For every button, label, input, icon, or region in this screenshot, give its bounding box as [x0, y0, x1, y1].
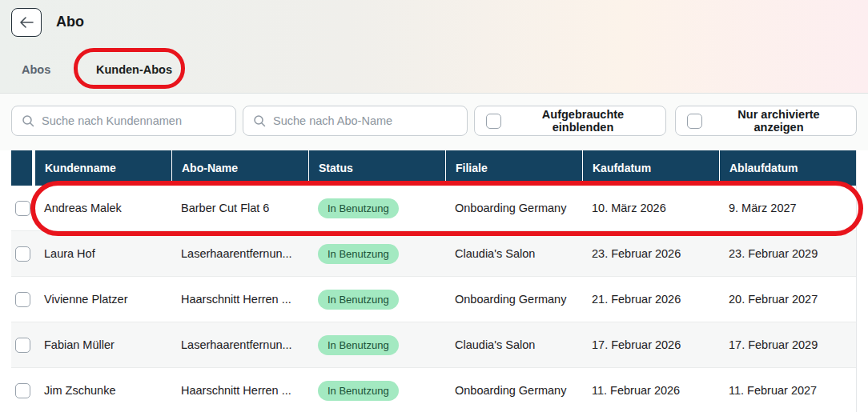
cell-kaufdatum: 21. Februar 2026 [582, 277, 719, 322]
table-row[interactable]: Vivienne PlatzerHaarschnitt Herren ...In… [11, 277, 856, 322]
toggle-label: Nur archivierte anzeigen [713, 108, 845, 134]
row-checkbox-cell [11, 322, 34, 367]
table-row[interactable]: Fabian MüllerLaserhaarentfernun...In Ben… [11, 322, 856, 368]
cell-ablaufdatum: 17. Februar 2029 [719, 322, 856, 367]
abo-search-box[interactable] [243, 106, 468, 136]
row-checkbox[interactable] [15, 338, 30, 353]
search-icon [253, 114, 266, 127]
back-arrow-icon [19, 17, 34, 28]
cell-abo-name: Haarschnitt Herren ... [171, 277, 308, 322]
row-checkbox[interactable] [15, 292, 30, 307]
column-header-ablaufdatum: Ablaufdatum [719, 150, 856, 186]
cell-ablaufdatum: 9. März 2027 [719, 186, 856, 230]
cell-status: In Benutzung [308, 277, 445, 322]
row-checkbox[interactable] [15, 383, 30, 398]
row-checkbox-cell [11, 277, 34, 322]
show-used-up-toggle[interactable]: Aufgebrauchte einblenden [474, 106, 666, 136]
cell-kaufdatum: 11. Februar 2026 [582, 368, 719, 412]
cell-abo-name: Laserhaarentfernun... [171, 231, 308, 276]
cell-filiale: Onboarding Germany [445, 368, 582, 412]
customer-subscriptions-table: KundennameAbo-NameStatusFilialeKaufdatum… [11, 150, 857, 412]
table-row[interactable]: Laura HofLaserhaarentfernun...In Benutzu… [11, 231, 856, 277]
page-header: Abo Abos Kunden-Abos [0, 0, 868, 94]
row-checkbox[interactable] [15, 246, 30, 262]
cell-status: In Benutzung [308, 186, 445, 230]
column-header-abo-name: Abo-Name [171, 150, 308, 186]
cell-kaufdatum: 23. Februar 2026 [582, 231, 719, 276]
cell-kundenname: Laura Hof [34, 231, 171, 276]
column-header-kundenname: Kundenname [34, 150, 171, 186]
cell-kundenname: Vivienne Platzer [34, 277, 171, 322]
cell-status: In Benutzung [308, 322, 445, 367]
cell-abo-name: Barber Cut Flat 6 [171, 186, 308, 230]
cell-filiale: Onboarding Germany [445, 186, 582, 230]
cell-ablaufdatum: 23. Februar 2029 [719, 231, 856, 276]
tab-kunden-abos[interactable]: Kunden-Abos [96, 63, 172, 76]
cell-filiale: Onboarding Germany [445, 277, 582, 322]
status-badge: In Benutzung [318, 381, 399, 401]
status-badge: In Benutzung [318, 244, 399, 264]
cell-ablaufdatum: 11. Februar 2027 [719, 368, 856, 412]
cell-status: In Benutzung [308, 368, 445, 412]
cell-kaufdatum: 10. März 2026 [582, 186, 719, 230]
checkbox-unchecked[interactable] [486, 114, 501, 129]
table-row[interactable]: Jim ZschunkeHaarschnitt Herren ...In Ben… [11, 368, 856, 412]
table-header-row: KundennameAbo-NameStatusFilialeKaufdatum… [11, 150, 856, 186]
status-badge: In Benutzung [318, 335, 399, 355]
search-icon [22, 114, 34, 127]
cell-filiale: Claudia's Salon [445, 322, 582, 367]
customer-search-box[interactable] [11, 106, 236, 136]
back-button[interactable] [11, 8, 42, 37]
cell-kundenname: Jim Zschunke [34, 368, 171, 412]
status-badge: In Benutzung [318, 290, 399, 310]
cell-kaufdatum: 17. Februar 2026 [582, 322, 719, 367]
checkbox-unchecked[interactable] [687, 114, 702, 129]
customer-search-input[interactable] [42, 114, 226, 127]
cell-ablaufdatum: 20. Februar 2027 [719, 277, 856, 322]
show-archived-only-toggle[interactable]: Nur archivierte anzeigen [675, 106, 857, 136]
page-title: Abo [56, 14, 84, 30]
table-body: Andreas MalekBarber Cut Flat 6In Benutzu… [11, 186, 856, 412]
tab-abos[interactable]: Abos [22, 63, 50, 76]
toggle-label: Aufgebrauchte einblenden [512, 108, 654, 134]
row-checkbox-cell [11, 368, 34, 412]
select-all-header-cell [11, 150, 34, 186]
row-checkbox[interactable] [15, 201, 30, 216]
cell-kundenname: Andreas Malek [34, 186, 171, 230]
cell-filiale: Claudia's Salon [445, 231, 582, 276]
table-row[interactable]: Andreas MalekBarber Cut Flat 6In Benutzu… [11, 186, 856, 231]
column-header-filiale: Filiale [445, 150, 582, 186]
cell-abo-name: Haarschnitt Herren ... [171, 368, 308, 412]
column-header-kaufdatum: Kaufdatum [582, 150, 719, 186]
row-checkbox-cell [11, 186, 34, 230]
cell-kundenname: Fabian Müller [34, 322, 171, 367]
cell-status: In Benutzung [308, 231, 445, 276]
cell-abo-name: Laserhaarentfernun... [171, 322, 308, 367]
status-badge: In Benutzung [318, 198, 399, 218]
abo-search-input[interactable] [273, 114, 457, 127]
column-header-status: Status [308, 150, 445, 186]
filter-bar: Aufgebrauchte einblenden Nur archivierte… [0, 94, 868, 150]
row-checkbox-cell [11, 231, 34, 276]
